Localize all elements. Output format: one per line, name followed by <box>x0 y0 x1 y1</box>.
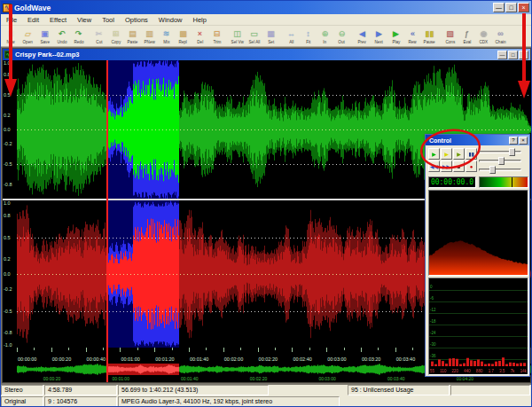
stop-button[interactable]: ■ <box>453 160 465 172</box>
amplitude-label: -0.8 <box>4 182 12 187</box>
toolbar-button-sel-all[interactable]: ▭Sel All <box>246 27 262 46</box>
menu-item-edit[interactable]: Edit <box>22 16 44 24</box>
status-spacer <box>340 396 531 407</box>
toolbar-button-cons[interactable]: ▧Cons <box>442 27 458 46</box>
toolbar-button-copy[interactable]: ⊞Copy <box>107 27 124 46</box>
status-spacer <box>270 385 348 396</box>
redo-icon: ↷ <box>75 29 82 39</box>
play-selection-button[interactable]: ▶ <box>441 148 452 160</box>
in-icon: ⊕ <box>322 29 329 39</box>
volume-slider[interactable] <box>479 148 528 156</box>
amplitude-label: 0.8 <box>4 213 11 218</box>
toolbar-button-all[interactable]: ↔All <box>283 27 300 46</box>
toolbar-button-del[interactable]: ×Del <box>192 27 208 46</box>
speed-slider[interactable] <box>479 166 528 174</box>
fit-icon: ↕ <box>306 29 310 39</box>
toolbar-button-undo[interactable]: ↶Undo <box>53 27 70 46</box>
record-button[interactable]: ● <box>466 160 477 172</box>
cdx-icon: ◉ <box>481 29 488 39</box>
menu-item-window[interactable]: Window <box>153 16 188 24</box>
toolbar-button-paste[interactable]: ▤Paste <box>124 27 141 46</box>
speed-slider-handle[interactable] <box>489 166 496 174</box>
cut-icon: ✂ <box>96 29 103 39</box>
toolbar-button-fit[interactable]: ↕Fit <box>300 27 317 46</box>
toolbar-button-cut[interactable]: ✂Cut <box>90 27 107 46</box>
toolbar-label-pause: Pause <box>424 39 435 44</box>
toolbar-label-mix: Mix <box>163 39 169 44</box>
control-close-button[interactable]: × <box>519 137 528 145</box>
toolbar-button-redo[interactable]: ↷Redo <box>70 27 87 46</box>
maximize-button[interactable]: □ <box>505 3 517 12</box>
toolbar-button-save[interactable]: ▣Save <box>36 27 53 46</box>
document-close-button[interactable]: × <box>519 51 528 59</box>
toolbar-button-trim[interactable]: ⊟Trim <box>208 27 225 46</box>
toolbar-button-cdx[interactable]: ◉CDX <box>475 27 492 46</box>
db-label: -12 <box>430 308 436 312</box>
ruler-tick <box>326 348 327 352</box>
toolbar-button-in[interactable]: ⊕In <box>317 27 333 46</box>
menu-item-view[interactable]: View <box>72 16 97 24</box>
menu-item-effect[interactable]: Effect <box>44 16 72 24</box>
play-icon: ▶ <box>393 29 399 39</box>
ruler-tick <box>189 348 190 352</box>
pause-button[interactable]: ▮▮ <box>466 148 477 160</box>
control-help-button[interactable]: ? <box>509 137 518 145</box>
document-titlebar[interactable]: ∿ Crispy Park--02.mp3 — □ × <box>3 49 530 60</box>
menu-item-help[interactable]: Help <box>188 16 212 24</box>
volume-slider-handle[interactable] <box>509 148 515 156</box>
toolbar-button-chain[interactable]: ∞Chain <box>492 27 509 46</box>
toolbar-button-next[interactable]: ▶Next <box>371 27 387 46</box>
pause-icon: ▮▮ <box>468 152 474 157</box>
amplitude-label: 0.2 <box>4 113 11 118</box>
toolbar-button-out[interactable]: ⊖Out <box>333 27 350 46</box>
play-all-icon: ▶ <box>457 152 461 157</box>
ruler-tick-minor <box>378 348 379 350</box>
toolbar-button-pause[interactable]: ▮▮Pause <box>421 27 438 46</box>
fast-forward-button[interactable]: ▶▶ <box>441 160 452 172</box>
trim-icon: ⊟ <box>214 29 221 39</box>
play-all-button[interactable]: ▶ <box>453 148 465 160</box>
menu-item-options[interactable]: Options <box>120 16 153 24</box>
toolbar-label-pnew: PNew <box>144 39 154 44</box>
close-button[interactable]: × <box>518 3 529 12</box>
toolbar-button-rew[interactable]: «Rew <box>404 27 421 46</box>
menu-item-tool[interactable]: Tool <box>97 16 120 24</box>
toolbar-button-sel-vw[interactable]: ◫Sel Vw <box>229 27 246 46</box>
ruler-tick <box>223 348 224 352</box>
toolbar-button-mix[interactable]: ≋Mix <box>158 27 175 46</box>
amplitude-label: 0.0 <box>4 271 11 277</box>
ruler-tick <box>51 348 52 352</box>
toolbar-button-prev[interactable]: ◀Prev <box>354 27 371 46</box>
amplitude-label: 1.0 <box>4 200 11 206</box>
set-icon: ▦ <box>267 29 275 39</box>
minimize-button[interactable]: — <box>493 3 505 12</box>
play-button[interactable]: ▶ <box>428 148 440 160</box>
play-icon: ▶ <box>432 152 436 157</box>
toolbar-button-eval[interactable]: ƒEval <box>458 27 475 46</box>
ruler-tick-minor <box>240 348 241 350</box>
app-titlebar[interactable]: ∿ GoldWave — □ × <box>1 1 531 14</box>
document-maximize-button[interactable]: □ <box>508 51 518 59</box>
toolbar-button-play[interactable]: ▶Play <box>387 27 404 46</box>
prev-icon: ◀ <box>359 29 365 39</box>
control-title: Control <box>429 137 508 144</box>
toolbar-label-prev: Prev <box>358 39 366 44</box>
rewind-button[interactable]: ◀◀ <box>428 160 440 172</box>
playhead-marker[interactable] <box>106 60 108 382</box>
balance-slider[interactable] <box>479 157 528 165</box>
toolbar-button-new[interactable]: □New <box>3 27 20 46</box>
toolbar-button-open[interactable]: ▱Open <box>20 27 36 46</box>
status-row-2: Original 9 : 104576 MPEG Audio Layer-3, … <box>1 396 531 407</box>
toolbar-button-repl[interactable]: ▩Repl <box>175 27 192 46</box>
document-icon: ∿ <box>4 51 12 59</box>
ruler-label: 00:02:00 <box>224 356 243 362</box>
toolbar-button-set[interactable]: ▦Set <box>262 27 279 46</box>
balance-slider-handle[interactable] <box>498 157 505 165</box>
control-titlebar[interactable]: Control ? × <box>426 135 529 145</box>
menu-item-file[interactable]: File <box>1 16 22 24</box>
toolbar-label-play: Play <box>392 39 400 44</box>
document-minimize-button[interactable]: — <box>497 51 507 59</box>
mix-icon: ≋ <box>163 29 170 39</box>
toolbar-label-cons: Cons <box>445 39 455 44</box>
toolbar-button-pnew[interactable]: ▥PNew <box>141 27 158 46</box>
